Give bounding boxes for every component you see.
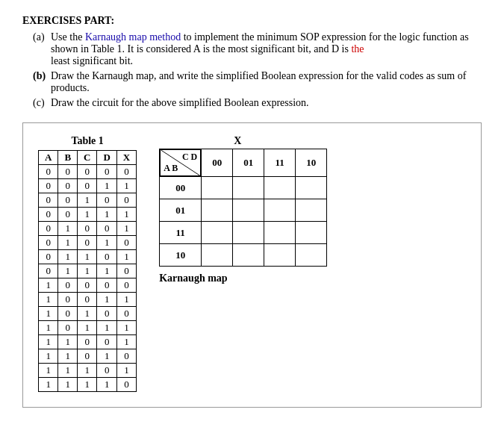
cell-10-3: 0 [97,307,116,321]
cell-8-1: 0 [58,278,78,293]
cell-3-3: 1 [97,208,116,222]
cell-2-0: 0 [39,193,58,208]
cell-9-0: 1 [39,293,58,307]
exercise-b-label: (b) [33,70,46,94]
cell-7-1: 1 [58,264,78,278]
cell-14-1: 1 [58,364,78,378]
cell-13-3: 1 [97,349,116,364]
cell-11-3: 1 [97,321,116,335]
cell-10-4: 0 [116,307,136,321]
kmap-wrapper: C D A B 00 01 11 10 00 [159,149,327,267]
corner-cd-label: C D [182,152,197,163]
cell-2-2: 1 [78,193,97,208]
cell-11-1: 0 [58,321,78,335]
kmap-cell-01-00 [202,199,233,222]
table-row: 00000 [39,165,137,179]
table-row: 10111 [39,321,137,335]
cell-6-1: 1 [58,250,78,264]
kmap-corner: C D A B [160,149,202,177]
cell-2-4: 0 [116,193,136,208]
kmap-cell-10-11 [264,244,296,267]
kmap-cell-11-10 [296,222,327,244]
cell-15-4: 0 [116,378,136,392]
cell-1-3: 1 [97,179,116,193]
table-row: 01110 [39,264,137,278]
cell-12-1: 1 [58,335,78,349]
cell-6-4: 1 [116,250,136,264]
table-row: 00011 [39,179,137,193]
cell-8-2: 0 [78,278,97,293]
cell-4-0: 0 [39,222,58,236]
kmap-row-01: 01 [160,199,327,222]
kmap-row-10: 10 [160,244,327,267]
cell-1-0: 0 [39,179,58,193]
exercise-b: (b) Draw the Karnaugh map, and write the… [33,70,482,94]
cell-6-3: 0 [97,250,116,264]
table-row: 10000 [39,278,137,293]
cell-13-1: 1 [58,349,78,364]
cell-8-3: 0 [97,278,116,293]
cell-9-1: 0 [58,293,78,307]
table-row: 11110 [39,378,137,392]
kmap-title: Karnaugh map [159,273,227,284]
cell-2-3: 0 [97,193,116,208]
cell-14-0: 1 [39,364,58,378]
cell-6-2: 1 [78,250,97,264]
cell-5-0: 0 [39,236,58,250]
cell-0-4: 0 [116,165,136,179]
cell-1-4: 1 [116,179,136,193]
cell-11-0: 1 [39,321,58,335]
kmap-col-01: 01 [233,149,264,177]
table-row: 01010 [39,236,137,250]
kmap-x-label: X [234,135,241,147]
table-section: Table 1 A B C D X 0000000011001000011101… [38,135,137,392]
table-row: 00111 [39,208,137,222]
exercise-a-label: (a) [33,31,46,67]
kmap-cell-01-01 [233,199,264,222]
table-row: 11010 [39,349,137,364]
cell-8-4: 0 [116,278,136,293]
table-title: Table 1 [71,135,103,147]
cell-14-4: 1 [116,364,136,378]
kmap-section: X C D A B [159,135,327,284]
col-d: D [97,151,116,165]
cell-12-2: 0 [78,335,97,349]
the-highlight: the [351,43,364,55]
kmap-cell-10-00 [202,244,233,267]
cell-7-3: 1 [97,264,116,278]
corner-ab-label: A B [164,163,178,174]
cell-15-0: 1 [39,378,58,392]
cell-5-2: 0 [78,236,97,250]
cell-0-1: 0 [58,165,78,179]
cell-10-0: 1 [39,307,58,321]
truth-table: A B C D X 000000001100100001110100101010… [38,150,137,392]
cell-10-1: 0 [58,307,78,321]
table-row: 01101 [39,250,137,264]
kmap-row-label-10: 10 [160,244,202,267]
table-row: 11001 [39,335,137,349]
table-row: 10011 [39,293,137,307]
kmap-cell-11-00 [202,222,233,244]
cell-4-4: 1 [116,222,136,236]
table-header-row: A B C D X [39,151,137,165]
kmap-cell-11-11 [264,222,296,244]
cell-5-3: 1 [97,236,116,250]
cell-2-1: 0 [58,193,78,208]
cell-9-3: 1 [97,293,116,307]
kmap-col-00: 00 [202,149,233,177]
cell-14-3: 0 [97,364,116,378]
cell-4-2: 0 [78,222,97,236]
kmap-row-11: 11 [160,222,327,244]
truth-table-body: 0000000011001000011101001010100110101110… [39,165,137,392]
table-row: 01001 [39,222,137,236]
kmap-cell-11-01 [233,222,264,244]
cell-15-1: 1 [58,378,78,392]
cell-12-3: 0 [97,335,116,349]
exercise-c-text: Draw the circuit for the above simplifie… [51,97,309,109]
table-row: 10100 [39,307,137,321]
cell-15-3: 1 [97,378,116,392]
kmap-col-10: 10 [296,149,327,177]
exercise-a: (a) Use the Karnaugh map method to imple… [33,31,482,67]
cell-5-4: 0 [116,236,136,250]
cell-3-0: 0 [39,208,58,222]
